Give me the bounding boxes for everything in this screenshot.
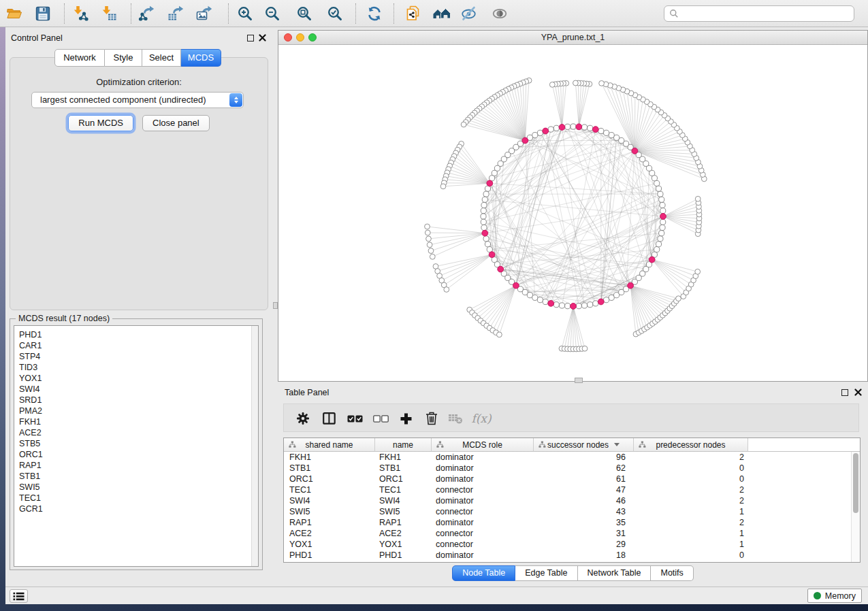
tab-select[interactable]: Select — [142, 49, 181, 67]
deselect-all-icon[interactable] — [371, 410, 390, 427]
column-header-predecessor-nodes[interactable]: predecessor nodes — [634, 438, 748, 452]
run-mcds-button[interactable]: Run MCDS — [68, 115, 133, 131]
mcds-result-item[interactable]: STB5 — [19, 438, 258, 449]
delete-table-icon[interactable] — [446, 410, 465, 427]
zoom-in-icon[interactable] — [235, 3, 255, 24]
search-input[interactable] — [682, 9, 854, 18]
table-row[interactable]: YOX1YOX1connector291 — [284, 539, 851, 550]
tab-node-table[interactable]: Node Table — [452, 565, 515, 581]
share-document-icon[interactable] — [403, 3, 423, 24]
import-table-icon[interactable] — [99, 3, 119, 24]
import-network-icon[interactable] — [70, 3, 91, 24]
export-image-icon[interactable] — [194, 3, 214, 24]
mcds-result-item[interactable]: ACE2 — [19, 427, 258, 438]
mcds-result-item[interactable]: STB1 — [19, 471, 258, 482]
close-panel-icon[interactable] — [259, 34, 266, 42]
mcds-result-item[interactable]: STP4 — [19, 351, 258, 362]
tab-mcds[interactable]: MCDS — [181, 49, 221, 67]
node-table-body: FKH1FKH1dominator962STB1STB1dominator620… — [284, 452, 851, 562]
table-cell: dominator — [432, 452, 534, 463]
memory-button[interactable]: Memory — [807, 589, 862, 603]
table-settings-icon[interactable] — [293, 410, 312, 427]
column-visibility-icon[interactable] — [319, 410, 338, 427]
float-panel-icon[interactable] — [247, 35, 254, 42]
mcds-result-item[interactable]: GCR1 — [19, 503, 258, 514]
table-row[interactable]: TEC1TEC1connector472 — [284, 484, 851, 495]
table-cell: dominator — [432, 463, 534, 474]
refresh-icon[interactable] — [364, 3, 385, 24]
close-panel-button[interactable]: Close panel — [142, 115, 210, 131]
column-header-successor-nodes[interactable]: successor nodes — [534, 438, 634, 452]
export-network-icon[interactable] — [136, 3, 157, 24]
function-builder-icon[interactable]: f(x) — [472, 410, 491, 427]
mcds-result-item[interactable]: SRD1 — [19, 395, 258, 406]
mcds-result-item[interactable]: ORC1 — [19, 449, 258, 460]
criterion-select[interactable]: largest connected component (undirected) — [31, 92, 244, 108]
table-cell: 18 — [534, 550, 634, 561]
maximize-window-icon[interactable] — [308, 33, 317, 42]
mcds-result-item[interactable]: FKH1 — [19, 416, 258, 427]
table-row[interactable]: STB1STB1dominator620 — [284, 463, 851, 474]
table-cell: 62 — [534, 463, 634, 474]
tab-style[interactable]: Style — [105, 49, 142, 67]
add-icon[interactable] — [396, 410, 415, 427]
select-stepper-icon[interactable] — [229, 93, 242, 107]
mcds-result-item[interactable]: PMA2 — [19, 406, 258, 416]
control-panel-tabs: Network Style Select MCDS — [54, 49, 221, 67]
column-header-mcds-role[interactable]: MCDS role — [432, 438, 534, 452]
table-row[interactable]: ACE2ACE2connector311 — [284, 528, 851, 539]
network-canvas[interactable] — [278, 45, 867, 381]
mcds-result-item[interactable]: TID3 — [19, 362, 258, 373]
column-header-name[interactable]: name — [375, 438, 432, 452]
network-canvas-svg — [278, 45, 867, 381]
close-table-panel-icon[interactable] — [854, 389, 862, 396]
mcds-result-item[interactable]: RAP1 — [19, 460, 258, 471]
export-table-icon[interactable] — [165, 3, 186, 24]
table-row[interactable]: SWI5SWI5connector431 — [284, 506, 851, 517]
network-window-title: YPA_prune.txt_1 — [278, 31, 867, 44]
show-graphics-icon[interactable] — [489, 3, 510, 24]
tab-motifs[interactable]: Motifs — [651, 565, 693, 581]
table-scrollbar[interactable] — [851, 452, 860, 562]
mcds-result-item[interactable]: PHD1 — [19, 329, 258, 340]
sort-descending-icon — [614, 443, 620, 446]
table-cell: connector — [432, 528, 534, 539]
mcds-list-scrollbar[interactable] — [251, 326, 258, 566]
close-window-icon[interactable] — [284, 33, 292, 42]
mcds-result-item[interactable]: YOX1 — [19, 373, 258, 384]
minimize-window-icon[interactable] — [296, 33, 304, 42]
table-scrollbar-thumb[interactable] — [853, 453, 858, 513]
delete-icon[interactable] — [422, 410, 441, 427]
mcds-result-item[interactable]: SWI4 — [19, 384, 258, 395]
open-session-icon[interactable] — [4, 3, 25, 24]
table-row[interactable]: RAP1RAP1dominator352 — [284, 517, 851, 528]
float-table-panel-icon[interactable] — [841, 389, 848, 396]
select-all-icon[interactable] — [345, 410, 364, 427]
task-history-button[interactable] — [10, 589, 28, 603]
mcds-result-item[interactable]: TEC1 — [19, 493, 258, 503]
network-window-titlebar[interactable]: YPA_prune.txt_1 — [278, 31, 867, 45]
tab-network-table[interactable]: Network Table — [578, 565, 652, 581]
vertical-splitter-handle[interactable] — [273, 302, 278, 309]
zoom-fit-icon[interactable] — [294, 3, 315, 24]
table-row[interactable]: SWI4SWI4dominator462 — [284, 495, 851, 506]
table-row[interactable]: ORC1ORC1dominator610 — [284, 474, 851, 484]
table-row[interactable]: PHD1PHD1dominator180 — [284, 550, 851, 561]
tab-network[interactable]: Network — [54, 49, 105, 67]
list-icon — [13, 592, 25, 601]
mcds-result-list[interactable]: PHD1CAR1STP4TID3YOX1SWI4SRD1PMA2FKH1ACE2… — [14, 325, 259, 567]
mcds-result-item[interactable]: CAR1 — [19, 340, 258, 351]
save-session-icon[interactable] — [33, 3, 53, 24]
search-field[interactable] — [664, 5, 854, 22]
column-header-filler — [748, 438, 860, 452]
table-cell: TEC1 — [284, 484, 375, 495]
hide-graphics-icon[interactable] — [459, 3, 479, 24]
tab-edge-table[interactable]: Edge Table — [515, 565, 577, 581]
horizontal-splitter-handle[interactable] — [575, 378, 583, 383]
zoom-selected-icon[interactable] — [325, 3, 345, 24]
table-row[interactable]: FKH1FKH1dominator962 — [284, 452, 851, 463]
column-header-shared-name[interactable]: shared name — [284, 438, 375, 452]
mcds-result-item[interactable]: SWI5 — [19, 482, 258, 493]
zoom-out-icon[interactable] — [262, 3, 283, 24]
network-overview-icon[interactable] — [432, 3, 452, 24]
